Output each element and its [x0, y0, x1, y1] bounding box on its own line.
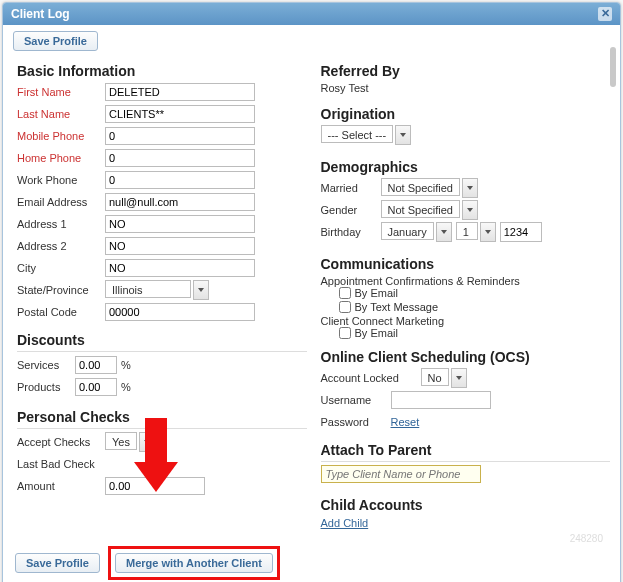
locked-value: No: [421, 368, 449, 386]
checkbox-icon[interactable]: [339, 301, 351, 313]
locked-select[interactable]: No: [421, 368, 467, 388]
merge-client-button[interactable]: Merge with Another Client: [115, 553, 273, 573]
married-value: Not Specified: [381, 178, 460, 196]
section-discounts: Discounts: [17, 332, 307, 348]
chevron-down-icon: [451, 368, 467, 388]
right-column: Referred By Rosy Test Origination --- Se…: [321, 57, 611, 530]
city-field[interactable]: [105, 259, 255, 277]
label-addr1: Address 1: [17, 218, 105, 230]
chk-appt-text[interactable]: By Text Message: [339, 301, 611, 313]
parent-search-field[interactable]: [321, 465, 481, 483]
bottom-toolbar: Save Profile Merge with Another Client: [3, 538, 620, 582]
merge-highlight: Merge with Another Client: [108, 546, 280, 580]
section-children: Child Accounts: [321, 497, 611, 513]
label-first-name: First Name: [17, 86, 105, 98]
label-password: Password: [321, 416, 391, 428]
mobile-phone-field[interactable]: [105, 127, 255, 145]
red-arrow-annotation: [134, 418, 178, 496]
section-communications: Communications: [321, 256, 611, 272]
dialog-titlebar: Client Log ✕: [3, 3, 620, 25]
chevron-down-icon: [395, 125, 411, 145]
chevron-down-icon: [462, 200, 478, 220]
scrollbar-thumb[interactable]: [610, 47, 616, 87]
chevron-down-icon: [462, 178, 478, 198]
state-select[interactable]: Illinois: [105, 280, 209, 300]
chevron-down-icon: [436, 222, 452, 242]
section-origination: Origination: [321, 106, 611, 122]
client-log-dialog: Client Log ✕ Save Profile Basic Informat…: [2, 2, 621, 582]
bmonth-value: January: [381, 222, 434, 240]
origination-select[interactable]: --- Select ---: [321, 125, 412, 145]
label-mobile: Mobile Phone: [17, 130, 105, 142]
label-birthday: Birthday: [321, 226, 381, 238]
label-state: State/Province: [17, 284, 105, 296]
comms-appt-text: Appointment Confirmations & Reminders: [321, 275, 611, 287]
email-field[interactable]: [105, 193, 255, 211]
referred-value: Rosy Test: [321, 82, 611, 94]
birthday-day-select[interactable]: 1: [456, 222, 496, 242]
origination-value: --- Select ---: [321, 125, 394, 143]
label-last-bad: Last Bad Check: [17, 458, 105, 470]
gender-value: Not Specified: [381, 200, 460, 218]
chk-appt-email[interactable]: By Email: [339, 287, 611, 299]
pct-products: %: [121, 381, 131, 393]
gender-select[interactable]: Not Specified: [381, 200, 478, 220]
first-name-field[interactable]: [105, 83, 255, 101]
form-content: Basic Information First Name Last Name M…: [3, 53, 620, 538]
label-services: Services: [17, 359, 75, 371]
home-phone-field[interactable]: [105, 149, 255, 167]
dialog-title: Client Log: [11, 7, 70, 21]
label-amount: Amount: [17, 480, 105, 492]
label-products: Products: [17, 381, 75, 393]
label-gender: Gender: [321, 204, 381, 216]
products-discount-field[interactable]: [75, 378, 117, 396]
chk-ccm-email[interactable]: By Email: [339, 327, 611, 339]
save-profile-button-top[interactable]: Save Profile: [13, 31, 98, 51]
section-ocs: Online Client Scheduling (OCS): [321, 349, 611, 365]
birthday-month-select[interactable]: January: [381, 222, 452, 242]
section-referred: Referred By: [321, 63, 611, 79]
bday-value: 1: [456, 222, 478, 240]
username-field[interactable]: [391, 391, 491, 409]
top-toolbar: Save Profile: [3, 25, 620, 53]
label-married: Married: [321, 182, 381, 194]
label-work: Work Phone: [17, 174, 105, 186]
comms-ccm-text: Client Connect Marketing: [321, 315, 611, 327]
reset-password-link[interactable]: Reset: [391, 416, 420, 428]
birthday-year-field[interactable]: [500, 222, 542, 242]
label-city: City: [17, 262, 105, 274]
services-discount-field[interactable]: [75, 356, 117, 374]
label-email: Email Address: [17, 196, 105, 208]
close-icon[interactable]: ✕: [598, 7, 612, 21]
label-locked: Account Locked: [321, 372, 421, 384]
chevron-down-icon: [193, 280, 209, 300]
address1-field[interactable]: [105, 215, 255, 233]
checkbox-icon[interactable]: [339, 287, 351, 299]
chevron-down-icon: [480, 222, 496, 242]
section-basic-info: Basic Information: [17, 63, 307, 79]
save-profile-button-bottom[interactable]: Save Profile: [15, 553, 100, 573]
address2-field[interactable]: [105, 237, 255, 255]
label-accept-checks: Accept Checks: [17, 436, 105, 448]
label-username: Username: [321, 394, 391, 406]
postal-field[interactable]: [105, 303, 255, 321]
section-parent: Attach To Parent: [321, 442, 611, 458]
label-home: Home Phone: [17, 152, 105, 164]
accept-value: Yes: [105, 432, 137, 450]
ghost-id: 248280: [570, 533, 603, 544]
label-last-name: Last Name: [17, 108, 105, 120]
last-name-field[interactable]: [105, 105, 255, 123]
checkbox-icon[interactable]: [339, 327, 351, 339]
work-phone-field[interactable]: [105, 171, 255, 189]
state-value: Illinois: [105, 280, 191, 298]
add-child-link[interactable]: Add Child: [321, 517, 369, 529]
pct-services: %: [121, 359, 131, 371]
label-postal: Postal Code: [17, 306, 105, 318]
label-addr2: Address 2: [17, 240, 105, 252]
married-select[interactable]: Not Specified: [381, 178, 478, 198]
section-demographics: Demographics: [321, 159, 611, 175]
